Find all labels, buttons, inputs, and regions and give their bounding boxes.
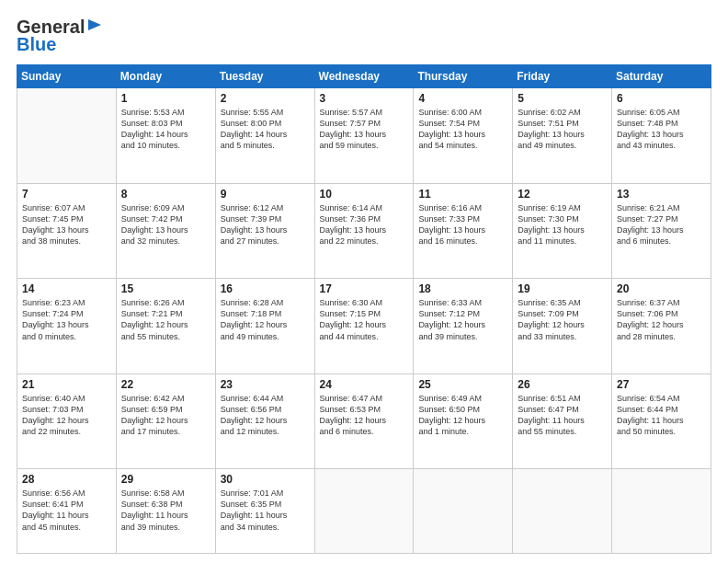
- day-number: 9: [221, 188, 310, 201]
- cell-info: Sunrise: 7:01 AM Sunset: 6:35 PM Dayligh…: [221, 488, 310, 533]
- cell-info: Sunrise: 6:54 AM Sunset: 6:44 PM Dayligh…: [617, 393, 706, 438]
- day-number: 10: [320, 188, 409, 201]
- calendar-cell: 23Sunrise: 6:44 AM Sunset: 6:56 PM Dayli…: [215, 373, 314, 469]
- cell-info: Sunrise: 6:05 AM Sunset: 7:48 PM Dayligh…: [617, 107, 706, 152]
- calendar-cell: 14Sunrise: 6:23 AM Sunset: 7:24 PM Dayli…: [17, 279, 117, 374]
- cell-info: Sunrise: 6:58 AM Sunset: 6:38 PM Dayligh…: [121, 488, 210, 533]
- day-number: 1: [121, 92, 210, 105]
- day-number: 28: [22, 473, 111, 486]
- header: General Blue: [17, 17, 711, 55]
- cell-info: Sunrise: 6:00 AM Sunset: 7:54 PM Dayligh…: [418, 107, 507, 152]
- svg-marker-0: [88, 19, 101, 30]
- day-number: 30: [221, 473, 310, 486]
- day-number: 14: [22, 282, 111, 295]
- calendar-cell: 6Sunrise: 6:05 AM Sunset: 7:48 PM Daylig…: [612, 88, 711, 184]
- calendar-cell: 24Sunrise: 6:47 AM Sunset: 6:53 PM Dayli…: [314, 373, 414, 469]
- cell-info: Sunrise: 6:28 AM Sunset: 7:18 PM Dayligh…: [221, 297, 310, 342]
- logo: General Blue: [17, 17, 103, 55]
- cell-info: Sunrise: 6:16 AM Sunset: 7:33 PM Dayligh…: [418, 202, 507, 247]
- weekday-header: Thursday: [414, 65, 513, 88]
- calendar-cell: 2Sunrise: 5:55 AM Sunset: 8:00 PM Daylig…: [215, 88, 314, 184]
- calendar-cell: 25Sunrise: 6:49 AM Sunset: 6:50 PM Dayli…: [414, 373, 513, 469]
- calendar-cell: [612, 469, 711, 554]
- day-number: 18: [418, 282, 507, 295]
- calendar-cell: [414, 469, 513, 554]
- calendar-cell: 21Sunrise: 6:40 AM Sunset: 7:03 PM Dayli…: [17, 373, 117, 469]
- cell-info: Sunrise: 6:23 AM Sunset: 7:24 PM Dayligh…: [22, 297, 111, 342]
- calendar-cell: 15Sunrise: 6:26 AM Sunset: 7:21 PM Dayli…: [116, 279, 215, 374]
- page: General Blue SundayMondayTuesdayWednesda…: [0, 0, 728, 563]
- cell-info: Sunrise: 6:07 AM Sunset: 7:45 PM Dayligh…: [22, 202, 111, 247]
- day-number: 16: [221, 282, 310, 295]
- calendar-cell: 26Sunrise: 6:51 AM Sunset: 6:47 PM Dayli…: [513, 373, 612, 469]
- calendar-cell: 11Sunrise: 6:16 AM Sunset: 7:33 PM Dayli…: [414, 183, 513, 279]
- cell-info: Sunrise: 6:12 AM Sunset: 7:39 PM Dayligh…: [221, 202, 310, 247]
- calendar-week-row: 21Sunrise: 6:40 AM Sunset: 7:03 PM Dayli…: [17, 373, 711, 469]
- cell-info: Sunrise: 5:55 AM Sunset: 8:00 PM Dayligh…: [221, 107, 310, 152]
- calendar-cell: 28Sunrise: 6:56 AM Sunset: 6:41 PM Dayli…: [17, 469, 117, 554]
- calendar-cell: 12Sunrise: 6:19 AM Sunset: 7:30 PM Dayli…: [513, 183, 612, 279]
- day-number: 25: [418, 378, 507, 391]
- cell-info: Sunrise: 6:33 AM Sunset: 7:12 PM Dayligh…: [418, 297, 507, 342]
- calendar-cell: [513, 469, 612, 554]
- day-number: 7: [22, 188, 111, 201]
- calendar-cell: 4Sunrise: 6:00 AM Sunset: 7:54 PM Daylig…: [414, 88, 513, 184]
- day-number: 15: [121, 282, 210, 295]
- weekday-header: Sunday: [17, 65, 117, 88]
- cell-info: Sunrise: 6:40 AM Sunset: 7:03 PM Dayligh…: [22, 393, 111, 438]
- calendar-cell: [314, 469, 414, 554]
- cell-info: Sunrise: 6:19 AM Sunset: 7:30 PM Dayligh…: [518, 202, 607, 247]
- calendar-cell: 9Sunrise: 6:12 AM Sunset: 7:39 PM Daylig…: [215, 183, 314, 279]
- calendar-cell: 1Sunrise: 5:53 AM Sunset: 8:03 PM Daylig…: [116, 88, 215, 184]
- day-number: 6: [617, 92, 706, 105]
- calendar-header-row: SundayMondayTuesdayWednesdayThursdayFrid…: [17, 65, 711, 88]
- day-number: 19: [518, 282, 607, 295]
- day-number: 13: [617, 188, 706, 201]
- day-number: 4: [418, 92, 507, 105]
- cell-info: Sunrise: 6:14 AM Sunset: 7:36 PM Dayligh…: [320, 202, 409, 247]
- weekday-header: Friday: [513, 65, 612, 88]
- cell-info: Sunrise: 6:37 AM Sunset: 7:06 PM Dayligh…: [617, 297, 706, 342]
- calendar-cell: 30Sunrise: 7:01 AM Sunset: 6:35 PM Dayli…: [215, 469, 314, 554]
- calendar-cell: 7Sunrise: 6:07 AM Sunset: 7:45 PM Daylig…: [17, 183, 117, 279]
- calendar-cell: 17Sunrise: 6:30 AM Sunset: 7:15 PM Dayli…: [314, 279, 414, 374]
- calendar-cell: [17, 88, 117, 184]
- cell-info: Sunrise: 6:30 AM Sunset: 7:15 PM Dayligh…: [320, 297, 409, 342]
- weekday-header: Wednesday: [314, 65, 414, 88]
- day-number: 12: [518, 188, 607, 201]
- cell-info: Sunrise: 6:35 AM Sunset: 7:09 PM Dayligh…: [518, 297, 607, 342]
- cell-info: Sunrise: 6:26 AM Sunset: 7:21 PM Dayligh…: [121, 297, 210, 342]
- calendar-cell: 22Sunrise: 6:42 AM Sunset: 6:59 PM Dayli…: [116, 373, 215, 469]
- cell-info: Sunrise: 6:47 AM Sunset: 6:53 PM Dayligh…: [320, 393, 409, 438]
- cell-info: Sunrise: 6:44 AM Sunset: 6:56 PM Dayligh…: [221, 393, 310, 438]
- cell-info: Sunrise: 6:21 AM Sunset: 7:27 PM Dayligh…: [617, 202, 706, 247]
- cell-info: Sunrise: 6:51 AM Sunset: 6:47 PM Dayligh…: [518, 393, 607, 438]
- cell-info: Sunrise: 6:56 AM Sunset: 6:41 PM Dayligh…: [22, 488, 111, 533]
- weekday-header: Tuesday: [215, 65, 314, 88]
- calendar-cell: 18Sunrise: 6:33 AM Sunset: 7:12 PM Dayli…: [414, 279, 513, 374]
- calendar-cell: 5Sunrise: 6:02 AM Sunset: 7:51 PM Daylig…: [513, 88, 612, 184]
- cell-info: Sunrise: 5:57 AM Sunset: 7:57 PM Dayligh…: [320, 107, 409, 152]
- weekday-header: Saturday: [612, 65, 711, 88]
- cell-info: Sunrise: 6:49 AM Sunset: 6:50 PM Dayligh…: [418, 393, 507, 438]
- day-number: 22: [121, 378, 210, 391]
- day-number: 24: [320, 378, 409, 391]
- day-number: 21: [22, 378, 111, 391]
- calendar-cell: 3Sunrise: 5:57 AM Sunset: 7:57 PM Daylig…: [314, 88, 414, 184]
- calendar-week-row: 14Sunrise: 6:23 AM Sunset: 7:24 PM Dayli…: [17, 279, 711, 374]
- weekday-header: Monday: [116, 65, 215, 88]
- logo-flag-icon: [86, 17, 103, 38]
- day-number: 29: [121, 473, 210, 486]
- calendar-week-row: 7Sunrise: 6:07 AM Sunset: 7:45 PM Daylig…: [17, 183, 711, 279]
- day-number: 8: [121, 188, 210, 201]
- calendar-week-row: 1Sunrise: 5:53 AM Sunset: 8:03 PM Daylig…: [17, 88, 711, 184]
- calendar-cell: 13Sunrise: 6:21 AM Sunset: 7:27 PM Dayli…: [612, 183, 711, 279]
- calendar-cell: 19Sunrise: 6:35 AM Sunset: 7:09 PM Dayli…: [513, 279, 612, 374]
- calendar-cell: 16Sunrise: 6:28 AM Sunset: 7:18 PM Dayli…: [215, 279, 314, 374]
- calendar-cell: 27Sunrise: 6:54 AM Sunset: 6:44 PM Dayli…: [612, 373, 711, 469]
- day-number: 3: [320, 92, 409, 105]
- cell-info: Sunrise: 6:02 AM Sunset: 7:51 PM Dayligh…: [518, 107, 607, 152]
- cell-info: Sunrise: 5:53 AM Sunset: 8:03 PM Dayligh…: [121, 107, 210, 152]
- calendar-cell: 8Sunrise: 6:09 AM Sunset: 7:42 PM Daylig…: [116, 183, 215, 279]
- day-number: 5: [518, 92, 607, 105]
